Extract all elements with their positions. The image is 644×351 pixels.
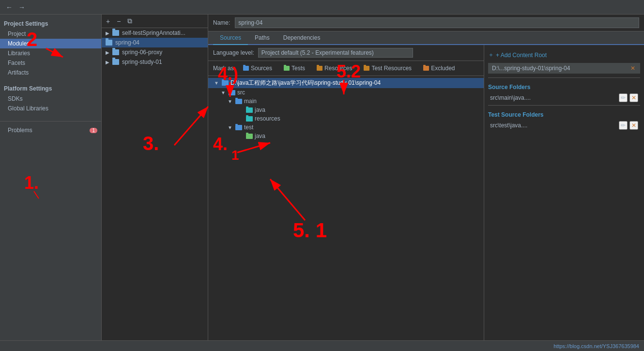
tests-folder-icon: [284, 66, 290, 71]
tree-node-resources[interactable]: resources: [208, 114, 484, 123]
tab-paths[interactable]: Paths: [248, 31, 276, 45]
mark-as-resources-button[interactable]: Resources: [313, 64, 356, 73]
tree-toggle-root[interactable]: ▼: [214, 80, 220, 86]
main-label: main: [244, 98, 257, 105]
add-content-root-button[interactable]: ＋ + Add Content Root: [488, 49, 640, 61]
tree-toggle-src[interactable]: ▼: [221, 90, 227, 95]
java2-label: java: [255, 133, 265, 139]
resources-label: resources: [255, 115, 280, 122]
name-input[interactable]: [235, 17, 639, 28]
folder-tree: ▼ D:\java工程师之路\java学习代码\spring-study-01\…: [208, 76, 484, 340]
excluded-folder-icon: [423, 66, 429, 71]
remove-test-folder-button[interactable]: ✕: [629, 121, 638, 130]
module-settings-panel: Name: Sources Paths Dependencies Langua: [208, 15, 644, 340]
module-list-toolbar: + − ⧉: [102, 15, 208, 28]
remove-content-root-button[interactable]: ✕: [629, 65, 636, 72]
java2-folder-icon: [246, 134, 253, 139]
root-label: D:\java工程师之路\java学习代码\spring-study-01\sp…: [230, 79, 381, 87]
module-arrow-self-test: ▶: [106, 31, 109, 36]
sidebar-item-problems[interactable]: Problems 1: [0, 125, 101, 135]
mark-as-row: Mark as: Sources Tests: [208, 61, 484, 76]
add-content-root-label: + Add Content Root: [496, 52, 547, 59]
sidebar-item-artifacts[interactable]: Artifacts: [0, 68, 101, 77]
add-module-button[interactable]: +: [105, 17, 111, 26]
content-root-actions: ✕: [629, 65, 636, 72]
test-resources-folder-icon: [364, 66, 369, 71]
tab-sources[interactable]: Sources: [213, 31, 248, 45]
source-folders-header: Source Folders: [488, 84, 640, 91]
problems-badge: 1: [90, 128, 97, 133]
tabs-bar: Sources Paths Dependencies: [208, 31, 644, 45]
sidebar-item-global-libraries[interactable]: Global Libraries: [0, 104, 101, 113]
main-folder-icon: [235, 99, 242, 104]
module-label-spring-06: spring-06-proxy: [122, 49, 162, 56]
mark-as-tests-button[interactable]: Tests: [280, 64, 309, 73]
module-item-spring-study-01[interactable]: ▶ spring-study-01: [102, 57, 208, 67]
status-url: https://blog.csdn.net/YSJ367635984: [553, 343, 639, 349]
tree-toggle-test[interactable]: ▼: [228, 125, 233, 130]
source-folder-path-0: src\main\java....: [490, 94, 531, 101]
name-row: Name:: [208, 15, 644, 31]
module-folder-spring-06: [112, 49, 119, 55]
test-source-folder-entry-0: src\test\java.... ✏ ✕: [488, 120, 640, 131]
problems-label: Problems: [8, 127, 32, 134]
module-label-spring-04: spring-04: [115, 39, 139, 46]
module-label-self-test: self-testSpringAnnotati...: [122, 30, 185, 36]
project-settings-label: Project Settings: [0, 16, 101, 29]
copy-module-button[interactable]: ⧉: [126, 16, 134, 26]
back-button[interactable]: ←: [4, 2, 15, 12]
edit-test-folder-button[interactable]: ✏: [619, 121, 628, 130]
test-source-folders-header: Test Source Folders: [488, 111, 640, 118]
resources-folder-icon-tree: [246, 116, 253, 122]
sidebar-item-label-libraries: Libraries: [8, 50, 30, 57]
mark-as-test-resources-button[interactable]: Test Resources: [360, 64, 415, 73]
module-list: + − ⧉ ▶ self-testSpringAnnotati... sprin…: [102, 15, 208, 340]
sidebar-item-facets[interactable]: Facets: [0, 58, 101, 68]
language-level-select[interactable]: Project default (5.2 - Experimental feat…: [258, 48, 413, 58]
forward-button[interactable]: →: [16, 2, 27, 12]
mark-as-excluded-button[interactable]: Excluded: [419, 64, 459, 73]
sidebar-item-sdks[interactable]: SDKs: [0, 94, 101, 104]
resources-folder-icon: [317, 66, 322, 71]
edit-source-folder-button[interactable]: ✏: [619, 93, 628, 102]
module-folder-spring-04: [106, 40, 112, 46]
source-folder-actions: ✏ ✕: [619, 93, 638, 102]
module-item-spring-04[interactable]: spring-04: [102, 38, 208, 47]
test-folder-icon: [235, 125, 242, 130]
separator-2: [488, 105, 640, 106]
tree-node-test[interactable]: ▼ test: [208, 123, 484, 132]
sidebar-item-modules[interactable]: Modules: [0, 39, 101, 48]
module-item-spring-06-proxy[interactable]: ▶ spring-06-proxy: [102, 47, 208, 57]
sidebar-item-project[interactable]: Project: [0, 29, 101, 39]
top-bar: ← →: [0, 0, 644, 15]
remove-module-button[interactable]: −: [115, 17, 122, 26]
sidebar-item-label-artifacts: Artifacts: [8, 69, 29, 76]
platform-settings-label: Platform Settings: [0, 81, 101, 94]
tab-dependencies[interactable]: Dependencies: [276, 31, 327, 45]
sidebar-item-label-modules: Modules: [8, 40, 30, 47]
mark-as-sources-button[interactable]: Sources: [239, 64, 276, 73]
mark-as-label: Mark as:: [213, 65, 235, 72]
add-content-root-icon: ＋: [488, 51, 494, 59]
sources-left: Language level: Project default (5.2 - E…: [208, 45, 484, 340]
java-label: java: [255, 107, 265, 113]
language-level-row: Language level: Project default (5.2 - E…: [208, 45, 484, 61]
language-level-label: Language level:: [213, 49, 254, 56]
sources-right: ＋ + Add Content Root D:\...spring-study-…: [484, 45, 644, 340]
src-folder-icon: [229, 90, 235, 95]
test-folder-actions: ✏ ✕: [619, 121, 638, 130]
tree-toggle-main[interactable]: ▼: [228, 99, 233, 104]
tree-node-java[interactable]: java: [208, 106, 484, 114]
name-label: Name:: [213, 19, 230, 26]
module-arrow-spring-06: ▶: [106, 50, 109, 55]
module-folder-self-test: [112, 30, 119, 36]
sidebar-item-libraries[interactable]: Libraries: [0, 48, 101, 58]
remove-source-folder-button[interactable]: ✕: [629, 93, 638, 102]
tree-node-src[interactable]: ▼ src: [208, 88, 484, 97]
tree-node-root[interactable]: ▼ D:\java工程师之路\java学习代码\spring-study-01\…: [208, 78, 484, 88]
module-item-self-test[interactable]: ▶ self-testSpringAnnotati...: [102, 28, 208, 38]
module-folder-spring-study: [112, 59, 119, 65]
sources-folder-icon: [243, 66, 249, 71]
tree-node-java2[interactable]: java: [208, 132, 484, 140]
tree-node-main[interactable]: ▼ main: [208, 97, 484, 106]
